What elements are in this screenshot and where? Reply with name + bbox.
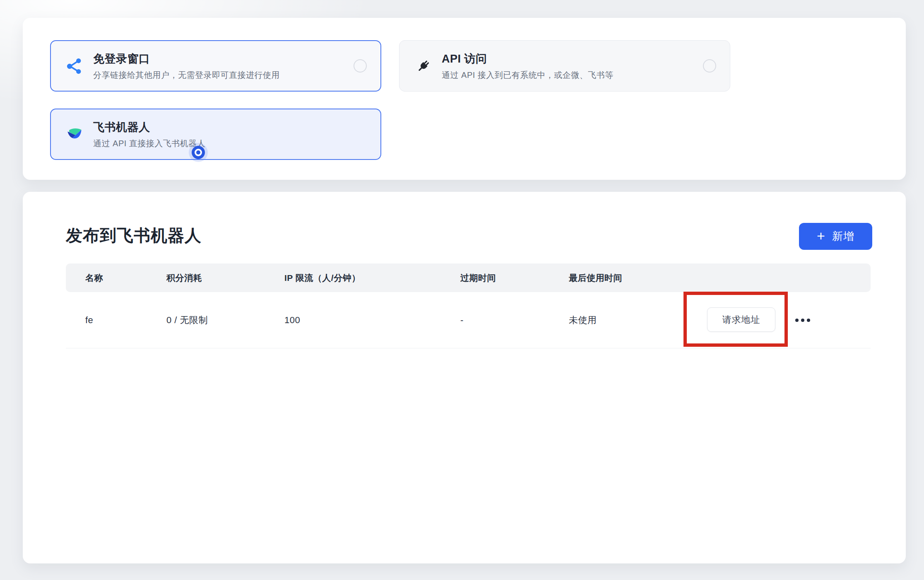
column-header-ip-limit: IP 限流（人/分钟）: [284, 272, 361, 284]
cell-ip-limit: 100: [284, 315, 300, 326]
publish-options-panel: 免登录窗口 分享链接给其他用户，无需登录即可直接进行使用 API 访问 通过 A…: [23, 18, 906, 180]
option-title: API 访问: [442, 51, 614, 66]
option-description: 通过 API 直接接入飞书机器人: [93, 138, 205, 149]
section-title: 发布到飞书机器人: [66, 224, 202, 247]
feishu-logo-icon: [65, 125, 84, 144]
share-nodes-icon: [65, 56, 84, 75]
option-description: 通过 API 接入到已有系统中，或企微、飞书等: [442, 70, 614, 81]
cell-credits: 0 / 无限制: [166, 314, 208, 326]
column-header-credits: 积分消耗: [166, 272, 202, 284]
feishu-bot-table-panel: 发布到飞书机器人 + 新增 名称 积分消耗 IP 限流（人/分钟） 过期时间 最…: [23, 192, 906, 563]
table-header-row: 名称 积分消耗 IP 限流（人/分钟） 过期时间 最后使用时间: [66, 263, 871, 292]
option-title: 飞书机器人: [93, 120, 205, 135]
radio-api-access[interactable]: [703, 59, 716, 72]
cell-expire: -: [460, 315, 464, 326]
table-row: fe 0 / 无限制 100 - 未使用 请求地址: [66, 292, 871, 348]
radio-free-login[interactable]: [354, 59, 367, 72]
option-title: 免登录窗口: [93, 51, 280, 66]
option-card-feishu-bot[interactable]: 飞书机器人 通过 API 直接接入飞书机器人: [50, 109, 381, 160]
ellipsis-more-icon[interactable]: [793, 316, 813, 324]
add-button-label: 新增: [832, 229, 854, 244]
option-description: 分享链接给其他用户，无需登录即可直接进行使用: [93, 70, 280, 81]
column-header-name: 名称: [85, 272, 103, 284]
cell-name: fe: [85, 315, 93, 326]
option-card-api-access[interactable]: API 访问 通过 API 接入到已有系统中，或企微、飞书等: [399, 40, 730, 92]
cell-last-used: 未使用: [569, 314, 597, 326]
column-header-expire: 过期时间: [460, 272, 496, 284]
plus-icon: +: [817, 229, 825, 243]
option-card-free-login[interactable]: 免登录窗口 分享链接给其他用户，无需登录即可直接进行使用: [50, 40, 381, 92]
request-address-button[interactable]: 请求地址: [707, 307, 775, 332]
plug-icon: [414, 56, 433, 75]
column-header-last-used: 最后使用时间: [569, 272, 622, 284]
radio-feishu-bot-selected[interactable]: [192, 146, 205, 159]
add-button[interactable]: + 新增: [799, 223, 872, 250]
